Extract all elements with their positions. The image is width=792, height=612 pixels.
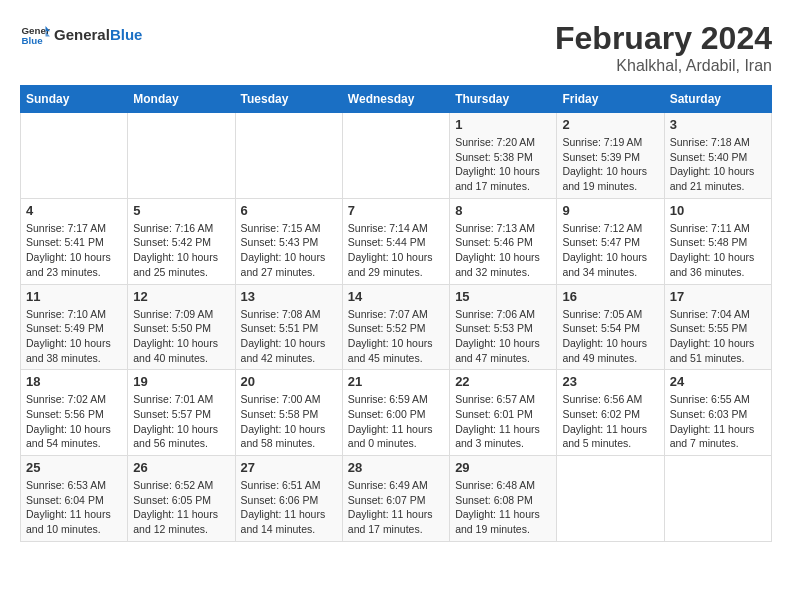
day-number: 26 [133, 460, 229, 475]
calendar-cell: 12Sunrise: 7:09 AMSunset: 5:50 PMDayligh… [128, 284, 235, 370]
day-number: 27 [241, 460, 337, 475]
calendar-cell: 29Sunrise: 6:48 AMSunset: 6:08 PMDayligh… [450, 456, 557, 542]
logo-general: General [54, 26, 110, 43]
day-info: Sunrise: 6:59 AMSunset: 6:00 PMDaylight:… [348, 392, 444, 451]
day-number: 4 [26, 203, 122, 218]
calendar-week-row: 4Sunrise: 7:17 AMSunset: 5:41 PMDaylight… [21, 198, 772, 284]
day-number: 15 [455, 289, 551, 304]
day-number: 29 [455, 460, 551, 475]
day-info: Sunrise: 7:04 AMSunset: 5:55 PMDaylight:… [670, 307, 766, 366]
day-number: 6 [241, 203, 337, 218]
weekday-header-saturday: Saturday [664, 86, 771, 113]
calendar-cell: 8Sunrise: 7:13 AMSunset: 5:46 PMDaylight… [450, 198, 557, 284]
calendar-week-row: 11Sunrise: 7:10 AMSunset: 5:49 PMDayligh… [21, 284, 772, 370]
calendar-cell: 5Sunrise: 7:16 AMSunset: 5:42 PMDaylight… [128, 198, 235, 284]
calendar-cell: 1Sunrise: 7:20 AMSunset: 5:38 PMDaylight… [450, 113, 557, 199]
day-number: 14 [348, 289, 444, 304]
calendar-cell: 18Sunrise: 7:02 AMSunset: 5:56 PMDayligh… [21, 370, 128, 456]
calendar-cell: 3Sunrise: 7:18 AMSunset: 5:40 PMDaylight… [664, 113, 771, 199]
day-info: Sunrise: 6:57 AMSunset: 6:01 PMDaylight:… [455, 392, 551, 451]
svg-text:Blue: Blue [22, 35, 44, 46]
weekday-header-sunday: Sunday [21, 86, 128, 113]
calendar-cell [21, 113, 128, 199]
day-info: Sunrise: 6:56 AMSunset: 6:02 PMDaylight:… [562, 392, 658, 451]
day-info: Sunrise: 6:53 AMSunset: 6:04 PMDaylight:… [26, 478, 122, 537]
weekday-header-wednesday: Wednesday [342, 86, 449, 113]
calendar-table: SundayMondayTuesdayWednesdayThursdayFrid… [20, 85, 772, 542]
day-number: 22 [455, 374, 551, 389]
calendar-cell: 2Sunrise: 7:19 AMSunset: 5:39 PMDaylight… [557, 113, 664, 199]
weekday-header-tuesday: Tuesday [235, 86, 342, 113]
day-info: Sunrise: 7:08 AMSunset: 5:51 PMDaylight:… [241, 307, 337, 366]
calendar-cell [342, 113, 449, 199]
day-info: Sunrise: 7:00 AMSunset: 5:58 PMDaylight:… [241, 392, 337, 451]
logo-icon: General Blue [20, 20, 50, 50]
day-number: 2 [562, 117, 658, 132]
day-number: 12 [133, 289, 229, 304]
day-number: 13 [241, 289, 337, 304]
day-info: Sunrise: 7:09 AMSunset: 5:50 PMDaylight:… [133, 307, 229, 366]
day-info: Sunrise: 7:10 AMSunset: 5:49 PMDaylight:… [26, 307, 122, 366]
calendar-cell [128, 113, 235, 199]
day-info: Sunrise: 7:13 AMSunset: 5:46 PMDaylight:… [455, 221, 551, 280]
day-number: 8 [455, 203, 551, 218]
title-block: February 2024 Khalkhal, Ardabil, Iran [555, 20, 772, 75]
calendar-cell: 24Sunrise: 6:55 AMSunset: 6:03 PMDayligh… [664, 370, 771, 456]
weekday-header-friday: Friday [557, 86, 664, 113]
calendar-cell: 23Sunrise: 6:56 AMSunset: 6:02 PMDayligh… [557, 370, 664, 456]
day-info: Sunrise: 6:51 AMSunset: 6:06 PMDaylight:… [241, 478, 337, 537]
calendar-cell: 21Sunrise: 6:59 AMSunset: 6:00 PMDayligh… [342, 370, 449, 456]
day-info: Sunrise: 7:20 AMSunset: 5:38 PMDaylight:… [455, 135, 551, 194]
day-number: 20 [241, 374, 337, 389]
calendar-cell: 16Sunrise: 7:05 AMSunset: 5:54 PMDayligh… [557, 284, 664, 370]
calendar-week-row: 1Sunrise: 7:20 AMSunset: 5:38 PMDaylight… [21, 113, 772, 199]
day-number: 25 [26, 460, 122, 475]
day-number: 3 [670, 117, 766, 132]
calendar-cell: 26Sunrise: 6:52 AMSunset: 6:05 PMDayligh… [128, 456, 235, 542]
calendar-cell: 15Sunrise: 7:06 AMSunset: 5:53 PMDayligh… [450, 284, 557, 370]
calendar-cell: 22Sunrise: 6:57 AMSunset: 6:01 PMDayligh… [450, 370, 557, 456]
calendar-cell: 13Sunrise: 7:08 AMSunset: 5:51 PMDayligh… [235, 284, 342, 370]
day-info: Sunrise: 7:14 AMSunset: 5:44 PMDaylight:… [348, 221, 444, 280]
weekday-header-monday: Monday [128, 86, 235, 113]
day-number: 21 [348, 374, 444, 389]
calendar-cell: 6Sunrise: 7:15 AMSunset: 5:43 PMDaylight… [235, 198, 342, 284]
day-info: Sunrise: 6:52 AMSunset: 6:05 PMDaylight:… [133, 478, 229, 537]
page-header: General Blue GeneralBlue February 2024 K… [20, 20, 772, 75]
day-info: Sunrise: 6:48 AMSunset: 6:08 PMDaylight:… [455, 478, 551, 537]
calendar-cell: 19Sunrise: 7:01 AMSunset: 5:57 PMDayligh… [128, 370, 235, 456]
day-info: Sunrise: 7:07 AMSunset: 5:52 PMDaylight:… [348, 307, 444, 366]
day-info: Sunrise: 7:12 AMSunset: 5:47 PMDaylight:… [562, 221, 658, 280]
day-number: 23 [562, 374, 658, 389]
calendar-cell: 9Sunrise: 7:12 AMSunset: 5:47 PMDaylight… [557, 198, 664, 284]
calendar-cell: 17Sunrise: 7:04 AMSunset: 5:55 PMDayligh… [664, 284, 771, 370]
calendar-cell [664, 456, 771, 542]
logo: General Blue GeneralBlue [20, 20, 142, 50]
day-number: 17 [670, 289, 766, 304]
day-info: Sunrise: 7:06 AMSunset: 5:53 PMDaylight:… [455, 307, 551, 366]
calendar-week-row: 18Sunrise: 7:02 AMSunset: 5:56 PMDayligh… [21, 370, 772, 456]
day-number: 19 [133, 374, 229, 389]
day-number: 5 [133, 203, 229, 218]
calendar-cell: 14Sunrise: 7:07 AMSunset: 5:52 PMDayligh… [342, 284, 449, 370]
day-number: 7 [348, 203, 444, 218]
day-number: 16 [562, 289, 658, 304]
calendar-cell: 28Sunrise: 6:49 AMSunset: 6:07 PMDayligh… [342, 456, 449, 542]
calendar-cell: 10Sunrise: 7:11 AMSunset: 5:48 PMDayligh… [664, 198, 771, 284]
calendar-cell: 20Sunrise: 7:00 AMSunset: 5:58 PMDayligh… [235, 370, 342, 456]
calendar-cell: 11Sunrise: 7:10 AMSunset: 5:49 PMDayligh… [21, 284, 128, 370]
calendar-title: February 2024 [555, 20, 772, 57]
day-number: 9 [562, 203, 658, 218]
calendar-cell: 4Sunrise: 7:17 AMSunset: 5:41 PMDaylight… [21, 198, 128, 284]
calendar-cell [235, 113, 342, 199]
calendar-week-row: 25Sunrise: 6:53 AMSunset: 6:04 PMDayligh… [21, 456, 772, 542]
calendar-cell: 7Sunrise: 7:14 AMSunset: 5:44 PMDaylight… [342, 198, 449, 284]
day-info: Sunrise: 7:19 AMSunset: 5:39 PMDaylight:… [562, 135, 658, 194]
day-number: 1 [455, 117, 551, 132]
day-number: 24 [670, 374, 766, 389]
day-info: Sunrise: 7:05 AMSunset: 5:54 PMDaylight:… [562, 307, 658, 366]
logo-blue: Blue [110, 26, 143, 43]
calendar-cell: 25Sunrise: 6:53 AMSunset: 6:04 PMDayligh… [21, 456, 128, 542]
calendar-cell: 27Sunrise: 6:51 AMSunset: 6:06 PMDayligh… [235, 456, 342, 542]
day-number: 10 [670, 203, 766, 218]
